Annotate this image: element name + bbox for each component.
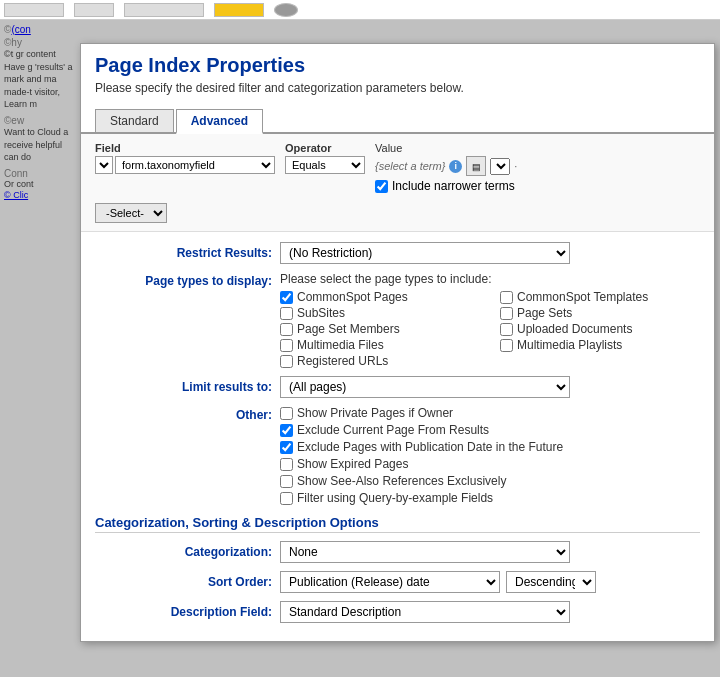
filter-section: Field form.taxonomyfield Operator Equals <box>81 134 714 232</box>
commonspot-templates-checkbox[interactable] <box>500 291 513 304</box>
select-btn-row: -Select- <box>95 199 700 223</box>
page-types-desc: Please select the page types to include: <box>280 272 700 286</box>
page-type-multimedia-files: Multimedia Files <box>280 338 480 352</box>
sort-order-label: Sort Order: <box>95 575 280 589</box>
page-type-page-sets: Page Sets <box>500 306 700 320</box>
sort-order-row: Sort Order: Publication (Release) date D… <box>95 571 700 593</box>
dialog-title: Page Index Properties <box>95 54 700 77</box>
page-index-properties-dialog: Page Index Properties Please specify the… <box>80 43 715 642</box>
page-types-grid: CommonSpot Pages CommonSpot Templates Su… <box>280 290 700 368</box>
page-type-uploaded-documents: Uploaded Documents <box>500 322 700 336</box>
value-placeholder-text: {select a term} <box>375 160 445 172</box>
san-diego-health-logo <box>124 3 204 17</box>
sort-direction-select[interactable]: Descending <box>506 571 596 593</box>
sidebar-click-link[interactable]: © Clic <box>4 190 28 200</box>
value-dropdown[interactable] <box>490 158 510 175</box>
page-type-registered-urls: Registered URLs <box>280 354 480 368</box>
show-see-also-checkbox[interactable] <box>280 475 293 488</box>
sort-order-select[interactable]: Publication (Release) date <box>280 571 500 593</box>
sidebar-content: ©(con ©hy ©t gr content Have g 'results'… <box>0 20 80 640</box>
show-private-checkbox[interactable] <box>280 407 293 420</box>
description-field-label: Description Field: <box>95 605 280 619</box>
logo5 <box>274 3 298 17</box>
american-university-logo <box>4 3 64 17</box>
categorization-select[interactable]: None <box>280 541 570 563</box>
value-extra: · <box>514 160 517 172</box>
main-content: Restrict Results: (No Restriction) Page … <box>81 232 714 641</box>
value-col: Value {select a term} i ▤ · Include narr… <box>375 142 517 193</box>
include-narrower-checkbox[interactable] <box>375 180 388 193</box>
exclude-future-checkbox[interactable] <box>280 441 293 454</box>
other-label: Other: <box>95 406 280 422</box>
other-show-expired: Show Expired Pages <box>280 457 700 471</box>
limit-results-label: Limit results to: <box>95 380 280 394</box>
restrict-results-select[interactable]: (No Restriction) <box>280 242 570 264</box>
restrict-results-label: Restrict Results: <box>95 246 280 260</box>
exclude-current-checkbox[interactable] <box>280 424 293 437</box>
other-show-private: Show Private Pages if Owner <box>280 406 700 420</box>
limit-results-row: Limit results to: (All pages) <box>95 376 700 398</box>
other-filter-query: Filter using Query-by-example Fields <box>280 491 700 505</box>
sidebar-link[interactable]: (con <box>11 24 30 35</box>
include-narrower-label: Include narrower terms <box>392 179 515 193</box>
field-select[interactable]: form.taxonomyfield <box>115 156 275 174</box>
other-options: Show Private Pages if Owner Exclude Curr… <box>280 406 700 505</box>
field-col: Field form.taxonomyfield <box>95 142 275 174</box>
field-arrow-select[interactable] <box>95 156 113 174</box>
sort-order-value: Publication (Release) date Descending <box>280 571 596 593</box>
operator-col: Operator Equals <box>285 142 365 174</box>
description-field-row: Description Field: Standard Description <box>95 601 700 623</box>
categorization-value: None <box>280 541 700 563</box>
uploaded-documents-checkbox[interactable] <box>500 323 513 336</box>
show-expired-checkbox[interactable] <box>280 458 293 471</box>
operator-select[interactable]: Equals <box>285 156 365 174</box>
tab-standard[interactable]: Standard <box>95 109 174 132</box>
commonspot-pages-checkbox[interactable] <box>280 291 293 304</box>
top-bar <box>0 0 720 20</box>
tabs-bar: Standard Advanced <box>81 109 714 134</box>
categorization-label: Categorization: <box>95 545 280 559</box>
operator-label: Operator <box>285 142 365 154</box>
multimedia-playlists-checkbox[interactable] <box>500 339 513 352</box>
page-type-multimedia-playlists: Multimedia Playlists <box>500 338 700 352</box>
dialog-header: Page Index Properties Please specify the… <box>81 44 714 101</box>
field-label: Field <box>95 142 275 154</box>
other-show-see-also: Show See-Also References Exclusively <box>280 474 700 488</box>
page-types-row: Page types to display: Please select the… <box>95 272 700 368</box>
filter-row: Field form.taxonomyfield Operator Equals <box>95 142 700 193</box>
logo4 <box>214 3 264 17</box>
limit-results-select[interactable]: (All pages) <box>280 376 570 398</box>
page-types-label: Page types to display: <box>95 272 280 288</box>
narrow-terms-row: Include narrower terms <box>375 179 517 193</box>
categorization-row: Categorization: None <box>95 541 700 563</box>
other-exclude-future: Exclude Pages with Publication Date in t… <box>280 440 700 454</box>
multimedia-files-checkbox[interactable] <box>280 339 293 352</box>
page-set-members-checkbox[interactable] <box>280 323 293 336</box>
page-sets-checkbox[interactable] <box>500 307 513 320</box>
value-input-row: {select a term} i ▤ · <box>375 156 517 176</box>
page-types-value: Please select the page types to include:… <box>280 272 700 368</box>
other-row: Other: Show Private Pages if Owner Exclu… <box>95 406 700 505</box>
logo2 <box>74 3 114 17</box>
tab-advanced[interactable]: Advanced <box>176 109 263 134</box>
other-exclude-current: Exclude Current Page From Results <box>280 423 700 437</box>
select-dropdown[interactable]: -Select- <box>95 203 167 223</box>
value-icon-btn1[interactable]: ▤ <box>466 156 486 176</box>
description-field-select[interactable]: Standard Description <box>280 601 570 623</box>
page-type-commonspot-templates: CommonSpot Templates <box>500 290 700 304</box>
description-field-value: Standard Description <box>280 601 700 623</box>
restrict-results-row: Restrict Results: (No Restriction) <box>95 242 700 264</box>
info-icon: i <box>449 160 462 173</box>
restrict-results-value: (No Restriction) <box>280 242 700 264</box>
page-type-subsites: SubSites <box>280 306 480 320</box>
value-label: Value <box>375 142 517 154</box>
page-type-page-set-members: Page Set Members <box>280 322 480 336</box>
filter-query-checkbox[interactable] <box>280 492 293 505</box>
subsites-checkbox[interactable] <box>280 307 293 320</box>
limit-results-value: (All pages) <box>280 376 700 398</box>
categorization-section-header: Categorization, Sorting & Description Op… <box>95 515 700 533</box>
registered-urls-checkbox[interactable] <box>280 355 293 368</box>
page-type-commonspot-pages: CommonSpot Pages <box>280 290 480 304</box>
dialog-subtitle: Please specify the desired filter and ca… <box>95 81 700 95</box>
